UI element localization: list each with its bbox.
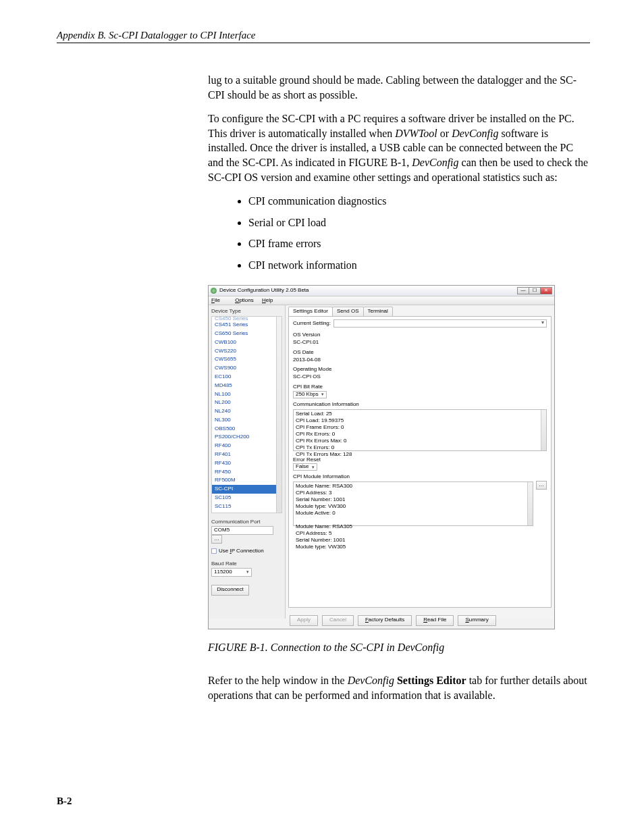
menu-bar: File Options Help [209,296,554,306]
paragraph-3: Refer to the help window in the DevConfi… [208,673,590,702]
tab-strip: Settings Editor Send OS Terminal [286,305,554,316]
bullet-3: CPI frame errors [248,236,590,251]
list-item-selected[interactable]: SC-CPI [212,485,281,494]
cpi-bitrate-combo[interactable]: 250 Kbps ▾ [293,391,327,398]
minimize-button[interactable]: — [517,287,529,294]
italic-devconfig-1: DevConfig [452,128,498,139]
list-item[interactable]: NL240 [212,407,281,416]
list-item[interactable]: CS650 Series [212,330,281,338]
figure-caption: FIGURE B-1. Connection to the SC-CPI in … [208,640,590,655]
list-item[interactable]: RF430 [212,459,281,468]
factory-defaults-button[interactable]: Factory Defaults [358,615,412,626]
italic-dvwtool: DVWTool [395,128,437,139]
bullet-1: CPI communication diagnostics [248,194,590,209]
close-button[interactable]: ✕ [540,287,552,294]
para2-run-b: or [437,128,452,139]
list-item[interactable]: RF500M [212,476,281,485]
list-item[interactable]: SDM-CAN [212,511,281,513]
window-title: Device Configuration Utility 2.05 Beta [219,287,309,294]
cancel-button[interactable]: Cancel [322,615,354,626]
chevron-down-icon: ▾ [321,391,324,397]
menu-options[interactable]: Options [235,297,254,303]
list-item[interactable]: EC100 [212,373,281,382]
module-info-browse-button[interactable]: … [536,481,547,490]
italic-devconfig-3: DevConfig [348,675,394,686]
error-reset-value: False [296,463,309,471]
list-item[interactable]: MD485 [212,382,281,390]
right-pane: Settings Editor Send OS Terminal Current… [286,305,554,619]
window-titlebar[interactable]: Device Configuration Utility 2.05 Beta —… [209,286,554,296]
cpi-bitrate-value: 250 Kbps [296,391,319,398]
disconnect-button[interactable]: Disconnect [211,585,249,596]
apply-button[interactable]: Apply [290,615,318,626]
list-item[interactable]: NL100 [212,390,281,399]
list-item[interactable]: CWS900 [212,364,281,373]
chevron-down-icon: ▾ [312,464,315,470]
comm-port-browse-button[interactable]: … [211,535,222,544]
current-setting-combo[interactable] [333,319,547,328]
module-info-textbox[interactable]: Module Name: RSA300 CPI Address: 3 Seria… [293,481,533,526]
italic-devconfig-2: DevConfig [412,157,458,168]
comm-port-value: COM5 [214,527,230,534]
list-item[interactable]: CWS220 [212,347,281,356]
list-item[interactable]: PS200/CH200 [212,433,281,442]
comm-info-textbox[interactable]: Serial Load: 25 CPI Load: 19.59375 CPI F… [293,409,547,451]
left-pane: Device Type CS450 Series CS451 Series CS… [209,305,286,619]
device-type-label: Device Type [211,308,282,315]
list-item[interactable]: NL200 [212,398,281,407]
summary-button[interactable]: Summary [458,615,495,626]
list-item[interactable]: NL300 [212,416,281,425]
app-icon [211,288,217,294]
comm-info-label: Communication Information [293,401,547,409]
operating-mode-value: SC-CPI OS [293,373,547,381]
menu-help[interactable]: Help [262,297,273,303]
list-item[interactable]: RF400 [212,442,281,450]
bullet-4: CPI network information [248,258,590,273]
list-item[interactable]: RF401 [212,450,281,459]
comm-port-label: Communication Port [211,519,282,526]
os-date-label: OS Date [293,349,547,357]
read-file-button[interactable]: Read File [416,615,454,626]
baud-rate-value: 115200 [214,569,232,576]
devconfig-window: Device Configuration Utility 2.05 Beta —… [208,285,555,629]
page-number: B-2 [57,796,72,807]
footer-button-bar: Apply Cancel Factory Defaults Read File … [209,615,554,626]
module-info-label: CPI Module Information [293,473,547,481]
list-item[interactable]: SC115 [212,502,281,511]
list-item[interactable]: CWB100 [212,338,281,347]
error-reset-combo[interactable]: False ▾ [293,463,317,471]
os-version-value: SC-CPI.01 [293,339,547,346]
settings-editor-panel: Current Setting: OS Version SC-CPI.01 OS… [288,316,552,608]
bold-settings-editor: Settings Editor [397,675,466,686]
list-item[interactable]: OBS500 [212,425,281,434]
use-ip-label: Use IP Connection [219,548,264,555]
baud-rate-label: Baud Rate [211,561,282,568]
os-version-label: OS Version [293,332,547,339]
tab-settings-editor[interactable]: Settings Editor [288,307,333,316]
list-item[interactable]: RF450 [212,468,281,477]
os-date-value: 2013-04-08 [293,357,547,364]
list-item[interactable]: CWS655 [212,355,281,364]
operating-mode-label: Operating Mode [293,366,547,373]
list-item[interactable]: SC105 [212,494,281,502]
current-setting-label: Current Setting: [293,320,331,328]
para3-run-a: Refer to the help window in the [208,675,348,686]
device-type-list[interactable]: CS450 Series CS451 Series CS650 Series C… [211,316,282,513]
paragraph-1: lug to a suitable ground should be made.… [208,73,590,102]
running-header: Appendix B. Sc-CPI Datalogger to CPI Int… [57,30,590,43]
use-ip-checkbox[interactable] [211,548,217,554]
menu-file[interactable]: File [211,297,227,303]
baud-rate-combo[interactable]: 115200 ▾ [211,568,252,577]
maximize-button[interactable]: ☐ [529,287,541,294]
bullet-list: CPI communication diagnostics Serial or … [208,194,590,272]
tab-send-os[interactable]: Send OS [332,307,363,316]
paragraph-2: To configure the SC-CPI with a PC requir… [208,111,590,184]
bullet-2: Serial or CPI load [248,215,590,230]
cpi-bitrate-label: CPI Bit Rate [293,384,547,391]
chevron-down-icon: ▾ [246,569,249,575]
tab-terminal[interactable]: Terminal [363,307,393,316]
comm-port-combo[interactable]: COM5 [211,526,273,535]
list-item[interactable]: CS451 Series [212,321,281,330]
